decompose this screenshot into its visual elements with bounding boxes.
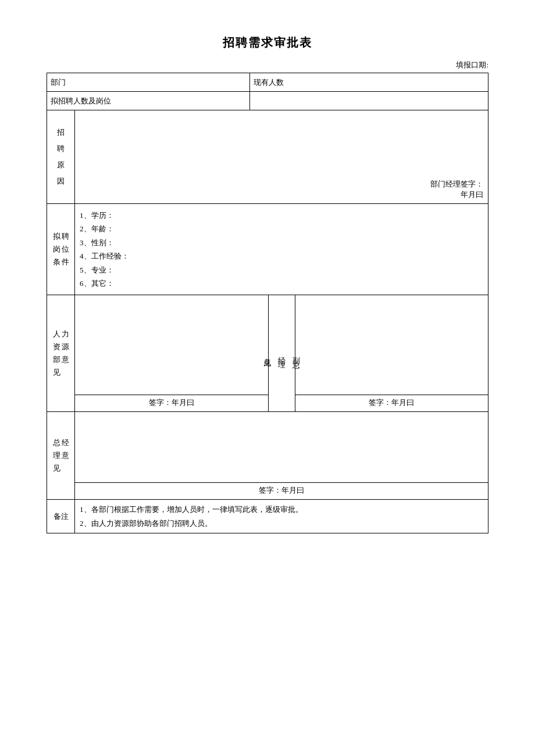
table-row-reason: 招 聘 原 因 部门经理签字： 年月曰 (47, 110, 488, 204)
condition-item-1: 1、学历： (80, 209, 483, 222)
conditions-list: 1、学历： 2、年龄： 3、性别： 4、工作经验： 5、专业： 6、其它： (80, 207, 483, 291)
condition-item-3: 3、性别： (80, 236, 483, 249)
hr-content-col: 签字：年月曰 (75, 295, 269, 411)
table-row-conditions: 拟聘岗位条件 1、学历： 2、年龄： 3、性别： 4、工作经验： 5、专业： 6… (47, 204, 488, 295)
conditions-label-col: 拟聘岗位条件 (47, 204, 75, 295)
note-cell: 备注 1、各部门根据工作需要，增加人员时，一律填写此表，逐级审批。 2、由人力资… (47, 500, 488, 533)
gm-label: 总经理意见 (53, 436, 69, 475)
deputy-gm-content-area (295, 295, 488, 395)
recruit-plan-value (250, 92, 488, 110)
page-title: 招聘需求审批表 (47, 35, 488, 51)
conditions-label: 拟聘岗位条件 (53, 230, 69, 268)
table-row-recruit-plan: 拟招聘人数及岗位 (47, 92, 488, 110)
conditions-cell: 拟聘岗位条件 1、学历： 2、年龄： 3、性别： 4、工作经验： 5、专业： 6… (47, 204, 488, 295)
note-content: 1、各部门根据工作需要，增加人员时，一律填写此表，逐级审批。 2、由人力资源部协… (75, 500, 488, 533)
table-row-note: 备注 1、各部门根据工作需要，增加人员时，一律填写此表，逐级审批。 2、由人力资… (47, 500, 488, 533)
deputy-gm-content-col: 签字：年月曰 (295, 295, 488, 411)
gm-label-col: 总经理意见 (47, 412, 75, 499)
hr-signature: 签字：年月曰 (75, 395, 268, 411)
deputy-gm-signature: 签字：年月曰 (295, 395, 488, 411)
reason-char-3: 原 (57, 160, 65, 170)
fill-date-label: 填报口期: (47, 60, 488, 70)
dept-label: 部门 (47, 73, 250, 92)
condition-item-5: 5、专业： (80, 263, 483, 277)
reason-content: 部门经理签字： 年月曰 (75, 110, 488, 203)
hr-label-col: 人力资源部意见 (47, 295, 75, 411)
conditions-content: 1、学历： 2、年龄： 3、性别： 4、工作经验： 5、专业： 6、其它： (75, 204, 488, 295)
reason-char-1: 招 (57, 127, 65, 138)
note-item-2: 2、由人力资源部协助各部门招聘人员。 (80, 517, 483, 530)
condition-item-6: 6、其它： (80, 277, 483, 290)
recruit-plan-label: 拟招聘人数及岗位 (47, 92, 250, 110)
page-container: 招聘需求审批表 填报口期: 部门 现有人数 拟招聘人数及岗位 招 聘 原 因 (47, 35, 488, 533)
reason-signature-date: 年月曰 (430, 189, 483, 200)
note-list: 1、各部门根据工作需要，增加人员时，一律填写此表，逐级审批。 2、由人力资源部协… (80, 503, 483, 530)
reason-char-2: 聘 (57, 144, 65, 154)
hr-label: 人力资源部意见 (53, 328, 69, 379)
reason-char-4: 因 (57, 176, 65, 187)
gm-signature: 签字：年月曰 (75, 482, 488, 499)
gm-content-area (75, 412, 488, 482)
table-row-dept: 部门 现有人数 (47, 73, 488, 92)
main-table: 部门 现有人数 拟招聘人数及岗位 招 聘 原 因 (47, 73, 488, 533)
reason-signature-label: 部门经理签字： (430, 179, 483, 189)
table-row-general-manager: 总经理意见 签字：年月曰 (47, 412, 488, 500)
note-item-1: 1、各部门根据工作需要，增加人员时，一律填写此表，逐级审批。 (80, 503, 483, 516)
gm-row-cell: 总经理意见 签字：年月曰 (47, 412, 488, 500)
condition-item-4: 4、工作经验： (80, 249, 483, 263)
note-label: 备注 (54, 511, 69, 522)
note-label-col: 备注 (47, 500, 75, 533)
reason-label-col: 招 聘 原 因 (47, 110, 75, 203)
hr-content-area (75, 295, 268, 395)
reason-cell: 招 聘 原 因 部门经理签字： 年月曰 (47, 110, 488, 204)
gm-content-col: 签字：年月曰 (75, 412, 488, 499)
reason-signature-block: 部门经理签字： 年月曰 (430, 179, 483, 200)
table-row-hr: 人力资源部意见 签字：年月曰 副 总经 理点见 签字：年月曰 (47, 295, 488, 412)
hr-row-cell: 人力资源部意见 签字：年月曰 副 总经 理点见 签字：年月曰 (47, 295, 488, 412)
deputy-gm-label-col: 副 总经 理点见 (269, 295, 295, 411)
condition-item-2: 2、年龄： (80, 222, 483, 235)
current-headcount-label: 现有人数 (250, 73, 488, 92)
